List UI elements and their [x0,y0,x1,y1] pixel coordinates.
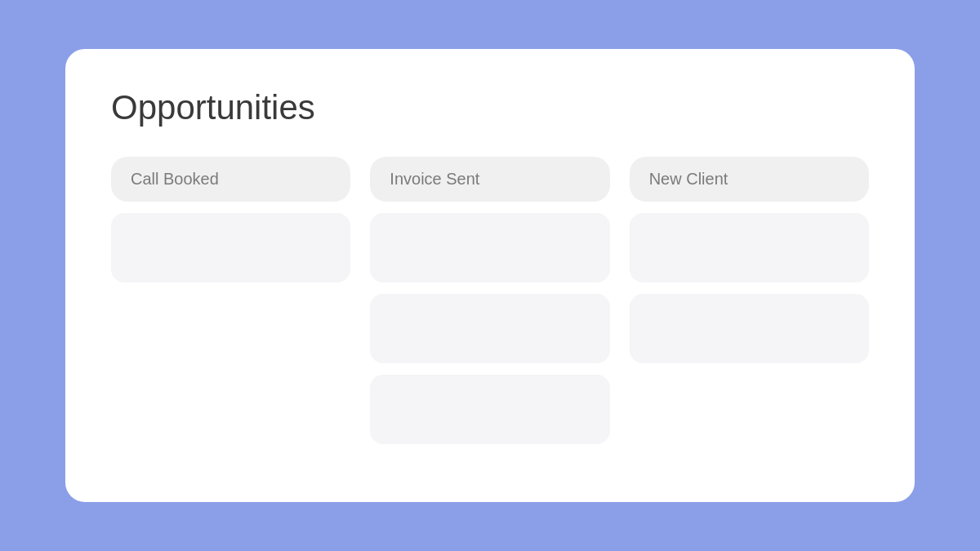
kanban-card[interactable] [370,294,609,363]
kanban-board: Call Booked Invoice Sent New Client [111,157,869,444]
kanban-card[interactable] [630,294,869,363]
page-title: Opportunities [111,88,869,127]
column-header-new-client: New Client [630,157,869,202]
column-invoice-sent: Invoice Sent [370,157,609,444]
kanban-card[interactable] [370,213,609,282]
column-call-booked: Call Booked [111,157,350,444]
kanban-card[interactable] [111,213,350,282]
column-header-invoice-sent: Invoice Sent [370,157,609,202]
column-new-client: New Client [630,157,869,444]
kanban-card[interactable] [370,375,609,444]
column-header-call-booked: Call Booked [111,157,350,202]
kanban-card[interactable] [630,213,869,282]
main-card: Opportunities Call Booked Invoice Sent N… [65,49,915,502]
